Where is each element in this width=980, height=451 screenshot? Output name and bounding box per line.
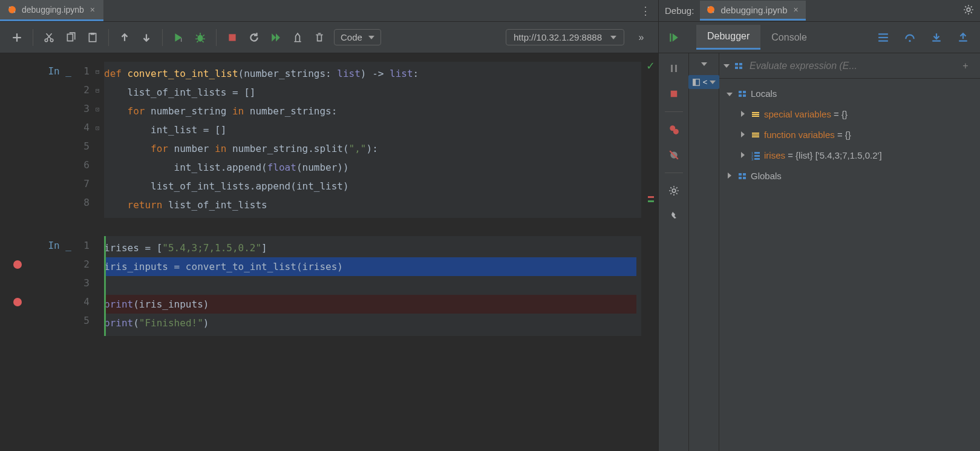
svg-rect-23 xyxy=(675,65,677,72)
svg-rect-20 xyxy=(932,40,941,41)
more-toolbar-button[interactable]: » xyxy=(632,28,651,47)
mute-breakpoints-button[interactable] xyxy=(664,145,684,165)
run-button[interactable]: I xyxy=(169,28,188,47)
svg-rect-22 xyxy=(671,65,673,72)
frames-selector[interactable]: < xyxy=(688,75,720,89)
step-into-icon[interactable] xyxy=(927,28,946,47)
svg-rect-34 xyxy=(739,67,742,69)
cut-button[interactable] xyxy=(39,28,59,47)
code-area[interactable]: def convert_to_int_list(number_strings: … xyxy=(104,62,641,218)
server-select[interactable]: http://10.32.1.29:8888 xyxy=(506,29,624,45)
debug-tab-label: debugging.ipynb xyxy=(720,5,787,15)
close-icon[interactable]: × xyxy=(89,4,96,16)
debug-settings-button[interactable] xyxy=(664,180,684,201)
pin-button[interactable] xyxy=(664,206,684,226)
group-icon xyxy=(751,110,760,119)
editor-tab-label: debugging.ipynb xyxy=(22,5,84,15)
pause-button[interactable] xyxy=(664,58,684,79)
svg-rect-48 xyxy=(754,152,760,154)
svg-rect-53 xyxy=(739,177,742,179)
svg-rect-43 xyxy=(752,134,759,136)
svg-text:I: I xyxy=(180,36,182,42)
var-special[interactable]: special variables = {} xyxy=(722,104,978,125)
debug-session-tab[interactable]: debugging.ipynb × xyxy=(700,1,805,21)
scope-globals[interactable]: Globals xyxy=(722,166,978,186)
debug-panel: Debug: debugging.ipynb × Debugger Consol… xyxy=(658,0,980,451)
debug-button[interactable] xyxy=(191,28,210,47)
move-down-button[interactable] xyxy=(137,28,156,47)
svg-rect-21 xyxy=(959,40,967,41)
scope-icon xyxy=(737,89,747,99)
divider xyxy=(108,29,109,46)
resume-button[interactable] xyxy=(664,28,684,47)
delete-button[interactable] xyxy=(310,28,329,47)
debug-label: Debug: xyxy=(665,5,694,16)
svg-rect-33 xyxy=(735,67,738,69)
breakpoint-icon[interactable] xyxy=(13,260,22,269)
variables-tree[interactable]: Locals special variables = {} function v… xyxy=(719,79,980,451)
line-numbers: 1 2 3 4 5 xyxy=(75,236,96,336)
breakpoint-gutter[interactable] xyxy=(0,236,34,336)
svg-rect-51 xyxy=(739,173,742,176)
svg-rect-50 xyxy=(754,158,760,160)
var-function[interactable]: function variables = {} xyxy=(722,125,978,145)
stop-button[interactable] xyxy=(223,28,242,47)
collapse-frames-icon[interactable] xyxy=(697,57,711,71)
gear-icon[interactable] xyxy=(963,4,974,17)
add-watch-button[interactable]: + xyxy=(956,56,975,76)
cell-type-select[interactable]: Code xyxy=(334,29,381,45)
svg-point-28 xyxy=(672,189,676,193)
svg-rect-42 xyxy=(752,133,759,134)
chevron-down-icon xyxy=(710,81,716,84)
scope-locals[interactable]: Locals xyxy=(722,84,978,104)
jupyter-icon xyxy=(7,5,17,15)
chevron-down-icon[interactable] xyxy=(724,64,730,68)
evaluate-row: + xyxy=(719,53,980,79)
move-up-button[interactable] xyxy=(115,28,134,47)
cell-prompt: In _ xyxy=(34,62,75,218)
tab-console[interactable]: Console xyxy=(760,26,818,49)
step-over-icon[interactable] xyxy=(900,28,920,47)
svg-point-26 xyxy=(673,129,678,134)
code-cell-2[interactable]: In _ 1 2 3 4 5 irises = ["5.4,3;7,1.5,0.… xyxy=(0,236,658,336)
paste-button[interactable] xyxy=(83,28,102,47)
svg-rect-40 xyxy=(752,114,759,115)
breakpoint-gutter[interactable] xyxy=(0,62,34,218)
stop-debug-button[interactable] xyxy=(664,84,684,104)
clear-output-button[interactable] xyxy=(288,28,307,47)
code-cell-1[interactable]: In _ 1 2 3 4 5 6 7 8 ⊟ ⊟ ⊡ ⊡ xyxy=(0,62,658,218)
server-label: http://10.32.1.29:8888 xyxy=(514,32,602,42)
editor-panel: debugging.ipynb × ⋮ I xyxy=(0,0,658,451)
svg-rect-52 xyxy=(743,173,746,176)
svg-rect-18 xyxy=(878,40,888,41)
svg-point-14 xyxy=(967,8,970,12)
close-icon[interactable]: × xyxy=(792,4,799,16)
svg-rect-7 xyxy=(91,33,95,35)
restart-button[interactable] xyxy=(244,28,264,47)
tab-overflow-menu[interactable]: ⋮ xyxy=(633,4,658,18)
svg-rect-10 xyxy=(229,34,235,41)
layout-settings-icon[interactable] xyxy=(874,28,893,47)
view-breakpoints-button[interactable] xyxy=(664,119,684,140)
fold-column[interactable] xyxy=(96,236,104,336)
var-irises[interactable]: 123 irises = {list} ['5.4,3;7,1.5,0.2'] xyxy=(722,145,978,166)
fold-column[interactable]: ⊟ ⊟ ⊡ ⊡ xyxy=(96,62,104,218)
svg-rect-38 xyxy=(743,94,746,97)
svg-rect-24 xyxy=(670,91,677,97)
svg-text:3: 3 xyxy=(751,157,754,160)
breakpoint-icon[interactable] xyxy=(13,298,22,306)
chevron-down-icon xyxy=(610,36,616,39)
editor-body: ✓ In _ 1 2 3 4 5 6 7 8 xyxy=(0,53,658,451)
run-all-button[interactable] xyxy=(266,28,286,47)
add-cell-button[interactable] xyxy=(7,28,27,47)
editor-tab-debugging[interactable]: debugging.ipynb × xyxy=(0,0,103,21)
svg-rect-30 xyxy=(693,79,695,85)
evaluate-input[interactable] xyxy=(743,61,956,71)
frames-column: < xyxy=(689,53,719,451)
code-area[interactable]: irises = ["5.4,3;7,1.5,0.2"] iris_inputs… xyxy=(104,236,641,336)
divider xyxy=(33,29,33,46)
tab-debugger[interactable]: Debugger xyxy=(696,25,760,50)
copy-button[interactable] xyxy=(61,28,80,47)
step-out-icon[interactable] xyxy=(953,28,973,47)
divider xyxy=(216,29,217,46)
